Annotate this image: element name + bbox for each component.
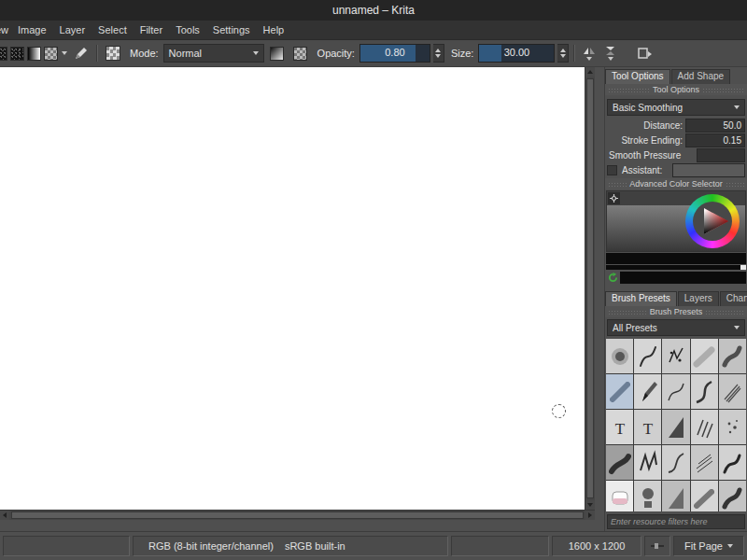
zoom-slider-knob[interactable] xyxy=(655,543,658,549)
hue-ring[interactable] xyxy=(685,194,740,248)
field-distance: Distance:50.0 xyxy=(607,119,745,133)
brush-preset-fineliner-icon[interactable] xyxy=(662,374,689,409)
gamut-strip[interactable] xyxy=(606,265,746,270)
brush-preset-text-brush-icon[interactable]: T xyxy=(634,410,661,444)
scroll-right-button[interactable] xyxy=(585,511,595,520)
brush-preset-texture-stroke-icon[interactable] xyxy=(719,339,746,373)
size-label: Size: xyxy=(451,48,473,59)
brush-preset-zigzag-brush-icon[interactable] xyxy=(634,445,661,480)
brush-preset-sketch-brush-icon[interactable] xyxy=(662,445,689,480)
gradient-tool-button[interactable] xyxy=(267,43,288,63)
zoom-slider-section[interactable] xyxy=(644,536,670,556)
brush-preset-text-brush-icon[interactable]: T xyxy=(606,410,633,444)
blending-mode-combobox[interactable]: Normal xyxy=(163,44,264,63)
tab-add-shape[interactable]: Add Shape xyxy=(671,69,731,84)
menu-tools[interactable]: Tools xyxy=(169,22,206,37)
opacity-label: Opacity: xyxy=(317,48,355,59)
smoothing-mode-value: Basic Smoothing xyxy=(613,103,683,113)
field-value-input[interactable] xyxy=(697,148,745,162)
chevron-down-icon xyxy=(734,326,740,329)
menu-settings[interactable]: Settings xyxy=(206,22,257,37)
brush-preset-eraser-icon[interactable] xyxy=(606,481,633,511)
sv-triangle[interactable] xyxy=(693,202,732,241)
brush-preset-shade-wedge-icon[interactable] xyxy=(662,481,689,511)
advanced-color-selector[interactable] xyxy=(606,190,746,252)
menu-view[interactable]: View xyxy=(0,22,11,37)
field-value-input[interactable] xyxy=(672,163,745,177)
preset-filter-combobox[interactable]: All Presets xyxy=(607,319,745,336)
field-value-input[interactable]: 0.15 xyxy=(685,133,745,147)
common-colors-strip[interactable] xyxy=(620,272,746,284)
preserve-alpha-button[interactable] xyxy=(290,43,311,63)
tool-options-titlebar[interactable]: Tool Options xyxy=(605,84,747,95)
shade-wedge-icon xyxy=(665,483,687,512)
brush-preset-ink-splatter-icon[interactable] xyxy=(662,339,689,373)
menu-help[interactable]: Help xyxy=(257,22,291,37)
brush-preset-fill-wedge-icon[interactable] xyxy=(662,410,689,444)
mirror-horizontal-button[interactable] xyxy=(580,46,599,61)
scroll-down-button[interactable] xyxy=(585,500,595,510)
mirror-vertical-button[interactable] xyxy=(601,46,620,61)
smoothing-mode-combobox[interactable]: Basic Smoothing xyxy=(607,99,745,116)
brush-preset-pencil-icon[interactable] xyxy=(634,374,661,409)
menu-image[interactable]: Image xyxy=(11,22,53,37)
zoom-mode-button[interactable]: Fit Page xyxy=(673,536,744,556)
brush-preset-bristle-brush-icon[interactable] xyxy=(719,374,746,409)
workspace-chooser-button[interactable] xyxy=(635,43,655,63)
field-smooth-pressure: Smooth Pressure xyxy=(607,148,745,162)
tab-layers[interactable]: Layers xyxy=(678,291,719,306)
gradient-thumbnail[interactable] xyxy=(27,47,41,61)
chevron-down-icon xyxy=(727,544,733,548)
menu-filter[interactable]: Filter xyxy=(134,22,169,37)
brush-preset-ink-pen-icon[interactable] xyxy=(634,339,661,373)
brush-preset-soft-brush-icon[interactable] xyxy=(691,339,718,373)
scroll-up-button[interactable] xyxy=(585,67,595,77)
clipped-toolbar-icon[interactable] xyxy=(0,47,7,61)
brush-presets-titlebar[interactable]: Brush Presets xyxy=(605,306,747,317)
strip-endcap xyxy=(740,265,746,270)
resource-filter-input[interactable] xyxy=(607,514,745,529)
brush-preset-stamp-brush-icon[interactable] xyxy=(634,481,661,511)
brush-preset-ink-stroke-icon[interactable] xyxy=(719,445,746,480)
blending-mode-value: Normal xyxy=(169,48,202,59)
horizontal-scrollbar[interactable] xyxy=(0,510,595,520)
tab-tool-options[interactable]: Tool Options xyxy=(605,69,670,84)
color-history-strip[interactable] xyxy=(606,253,746,264)
brush-preset-thumbnail[interactable] xyxy=(10,47,24,61)
assistant-checkbox[interactable] xyxy=(607,165,617,175)
opacity-slider[interactable]: 0.80 xyxy=(359,44,430,63)
scroll-left-button[interactable] xyxy=(0,511,9,520)
tab-brush-presets[interactable]: Brush Presets xyxy=(605,291,677,306)
color-refresh-row xyxy=(606,272,746,284)
brush-preset-curve-brush-icon[interactable] xyxy=(691,374,718,409)
field-value-input[interactable]: 50.0 xyxy=(685,119,745,133)
brush-preset-airbrush-soft-icon[interactable] xyxy=(606,339,633,373)
vertical-scrollbar[interactable] xyxy=(585,67,595,510)
brush-preset-hatching-brush-icon[interactable] xyxy=(691,410,718,444)
tab-channels[interactable]: Channels xyxy=(720,291,747,306)
size-spinner[interactable] xyxy=(557,44,569,63)
menu-select[interactable]: Select xyxy=(92,22,134,37)
horizontal-scrollbar-thumb[interactable] xyxy=(11,511,584,519)
vertical-scrollbar-thumb[interactable] xyxy=(586,78,594,498)
edit-brush-settings-button[interactable] xyxy=(71,43,92,63)
brush-preset-thick-stroke-icon[interactable] xyxy=(719,481,746,511)
smudge-brush-icon xyxy=(609,448,631,478)
brush-preset-chalk-brush-icon[interactable] xyxy=(606,374,633,409)
menu-layer[interactable]: Layer xyxy=(53,22,92,37)
zoom-slider[interactable] xyxy=(651,545,664,547)
brush-preset-scratch-brush-icon[interactable] xyxy=(691,445,718,480)
canvas[interactable] xyxy=(0,67,585,510)
brush-preset-smudge-brush-icon[interactable] xyxy=(606,445,633,480)
docker-splitter[interactable] xyxy=(595,67,604,531)
opacity-spinner[interactable] xyxy=(433,44,444,63)
choose-brush-preset-button[interactable] xyxy=(103,43,123,63)
pattern-thumbnail[interactable] xyxy=(44,47,58,61)
chevron-down-icon[interactable] xyxy=(62,51,67,55)
size-slider[interactable]: 30.00 xyxy=(478,44,555,63)
color-selector-titlebar[interactable]: Advanced Color Selector xyxy=(605,178,747,189)
color-selector-settings-button[interactable] xyxy=(608,192,620,204)
refresh-colors-button[interactable] xyxy=(606,272,619,284)
brush-preset-marker-icon[interactable] xyxy=(691,481,718,511)
brush-preset-spray-brush-icon[interactable] xyxy=(719,410,746,444)
